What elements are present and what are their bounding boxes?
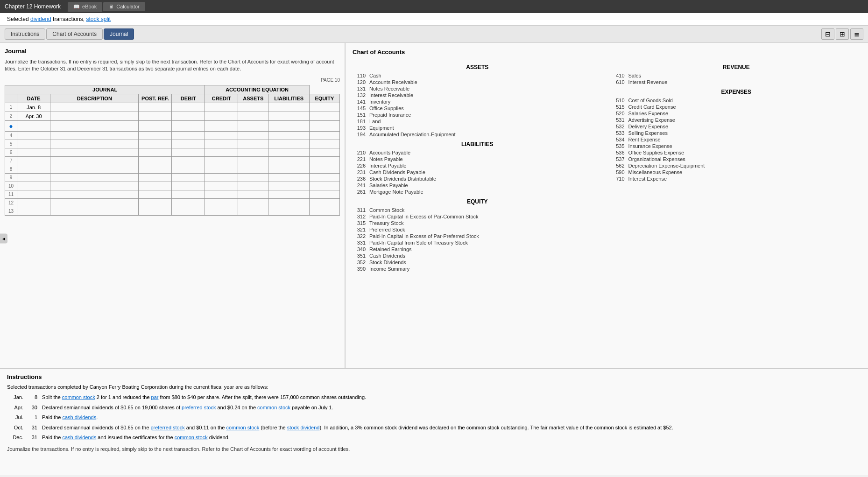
- row-equity[interactable]: [309, 120, 339, 131]
- row-date[interactable]: [17, 207, 50, 215]
- row-equity[interactable]: [309, 112, 339, 120]
- row-description[interactable]: [50, 103, 139, 112]
- row-date[interactable]: [17, 198, 50, 207]
- row-credit[interactable]: [205, 140, 238, 148]
- dividend-link[interactable]: dividend: [30, 16, 51, 22]
- row-assets[interactable]: [238, 207, 268, 215]
- row-assets[interactable]: [238, 103, 268, 112]
- row-debit[interactable]: [172, 112, 205, 120]
- row-assets[interactable]: [238, 173, 268, 182]
- row-equity[interactable]: [309, 148, 339, 156]
- row-postref[interactable]: [139, 182, 172, 190]
- row-assets[interactable]: [238, 140, 268, 148]
- row-postref[interactable]: [139, 165, 172, 173]
- row-postref[interactable]: [139, 207, 172, 215]
- row-description[interactable]: [50, 112, 139, 120]
- row-assets[interactable]: [238, 148, 268, 156]
- row-postref[interactable]: [139, 112, 172, 120]
- row-liabilities[interactable]: [268, 207, 309, 215]
- row-liabilities[interactable]: [268, 120, 309, 131]
- row-date[interactable]: [17, 120, 50, 131]
- row-credit[interactable]: [205, 190, 238, 198]
- row-credit[interactable]: [205, 165, 238, 173]
- row-assets[interactable]: [238, 190, 268, 198]
- row-credit[interactable]: [205, 131, 238, 140]
- row-liabilities[interactable]: [268, 182, 309, 190]
- row-credit[interactable]: [205, 198, 238, 207]
- row-equity[interactable]: [309, 140, 339, 148]
- row-credit[interactable]: [205, 182, 238, 190]
- row-description[interactable]: [50, 207, 139, 215]
- row-postref[interactable]: [139, 173, 172, 182]
- common-stock-link[interactable]: common stock: [62, 394, 95, 400]
- row-assets[interactable]: [238, 112, 268, 120]
- row-debit[interactable]: [172, 207, 205, 215]
- row-equity[interactable]: [309, 131, 339, 140]
- row-debit[interactable]: [172, 120, 205, 131]
- row-debit[interactable]: [172, 148, 205, 156]
- view-icon-3[interactable]: ≣: [850, 28, 863, 40]
- row-description[interactable]: [50, 165, 139, 173]
- row-postref[interactable]: [139, 131, 172, 140]
- row-liabilities[interactable]: [268, 103, 309, 112]
- row-liabilities[interactable]: [268, 165, 309, 173]
- row-date[interactable]: Apr. 30: [17, 112, 50, 120]
- row-liabilities[interactable]: [268, 198, 309, 207]
- row-credit[interactable]: [205, 103, 238, 112]
- row-postref[interactable]: [139, 120, 172, 131]
- instructions-tab[interactable]: Instructions: [5, 28, 45, 40]
- tab-ebook[interactable]: 📖 eBook: [68, 2, 102, 12]
- row-postref[interactable]: [139, 103, 172, 112]
- row-liabilities[interactable]: [268, 131, 309, 140]
- view-icon-1[interactable]: ⊟: [821, 28, 834, 40]
- row-equity[interactable]: [309, 190, 339, 198]
- cash-dividends-link[interactable]: cash dividends: [62, 435, 96, 440]
- row-description[interactable]: [50, 148, 139, 156]
- stock-dividend-link[interactable]: stock dividend: [287, 425, 320, 430]
- journal-tab[interactable]: Journal: [104, 28, 134, 40]
- preferred-stock-link[interactable]: preferred stock: [150, 425, 184, 430]
- row-postref[interactable]: [139, 190, 172, 198]
- cash-dividends-link[interactable]: cash dividends: [62, 414, 96, 420]
- row-debit[interactable]: [172, 165, 205, 173]
- row-liabilities[interactable]: [268, 112, 309, 120]
- row-liabilities[interactable]: [268, 148, 309, 156]
- row-equity[interactable]: [309, 165, 339, 173]
- row-debit[interactable]: [172, 156, 205, 165]
- par-link[interactable]: par: [151, 394, 159, 400]
- row-assets[interactable]: [238, 156, 268, 165]
- stock-split-link[interactable]: stock split: [86, 16, 111, 22]
- row-date[interactable]: Jan. 8: [17, 103, 50, 112]
- row-description[interactable]: [50, 140, 139, 148]
- row-assets[interactable]: [238, 182, 268, 190]
- row-credit[interactable]: [205, 173, 238, 182]
- row-assets[interactable]: [238, 131, 268, 140]
- row-description[interactable]: [50, 198, 139, 207]
- row-assets[interactable]: [238, 198, 268, 207]
- row-debit[interactable]: [172, 103, 205, 112]
- common-stock-link[interactable]: common stock: [226, 425, 259, 430]
- row-postref[interactable]: [139, 198, 172, 207]
- row-postref[interactable]: [139, 140, 172, 148]
- row-debit[interactable]: [172, 198, 205, 207]
- row-postref[interactable]: [139, 156, 172, 165]
- row-date[interactable]: [17, 182, 50, 190]
- row-description[interactable]: [50, 173, 139, 182]
- common-stock-link[interactable]: common stock: [257, 405, 290, 410]
- chart-of-accounts-tab[interactable]: Chart of Accounts: [46, 28, 103, 40]
- row-debit[interactable]: [172, 131, 205, 140]
- row-description[interactable]: [50, 190, 139, 198]
- row-postref[interactable]: [139, 148, 172, 156]
- row-date[interactable]: [17, 173, 50, 182]
- row-date[interactable]: [17, 190, 50, 198]
- row-date[interactable]: [17, 165, 50, 173]
- row-equity[interactable]: [309, 198, 339, 207]
- row-debit[interactable]: [172, 182, 205, 190]
- common-stock-link[interactable]: common stock: [175, 435, 208, 440]
- row-date[interactable]: [17, 140, 50, 148]
- tab-calculator[interactable]: 🖩 Calculator: [103, 2, 145, 11]
- row-debit[interactable]: [172, 140, 205, 148]
- row-description[interactable]: [50, 182, 139, 190]
- preferred-stock-link[interactable]: preferred stock: [182, 405, 216, 410]
- row-equity[interactable]: [309, 207, 339, 215]
